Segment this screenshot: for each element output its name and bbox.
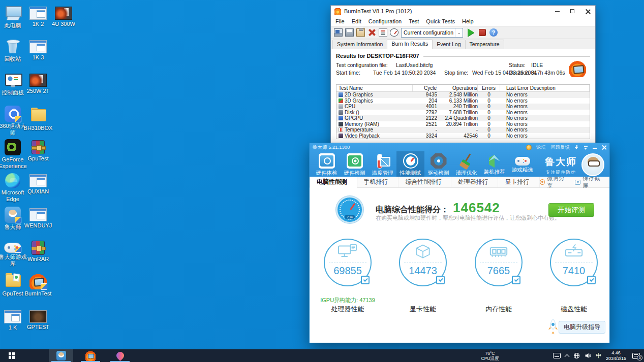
menu-edit[interactable]: Edit — [348, 18, 365, 24]
forum-link[interactable]: 论坛 — [536, 144, 546, 151]
menu-file[interactable]: File — [332, 18, 348, 24]
menu-help[interactable]: Help — [458, 18, 477, 24]
desktop-icon-label: QUXIAN — [23, 188, 53, 195]
desktop-icon-winrar[interactable]: WinRAR — [23, 240, 53, 262]
table-row[interactable]: Memory (RAM)252120.894 Trillion0No error… — [336, 121, 590, 127]
table-row[interactable]: Disk ()27927.688 Trillion0No errors — [336, 110, 590, 116]
desktop-icon-bh310box[interactable]: BH310BOX — [23, 106, 53, 131]
table-row[interactable]: 3D Graphics2046.133 Million0No errors — [336, 98, 590, 104]
nav-driver-detect[interactable]: 驱动检测 — [424, 151, 452, 177]
nav-hardware-checkup[interactable]: 硬件体检 — [313, 151, 341, 177]
subtab-phone-ranking[interactable]: 手机排行榜 — [357, 177, 399, 187]
taskbar-app-masterlu[interactable] — [49, 349, 73, 362]
menu-quick-tests[interactable]: Quick Tests — [422, 18, 458, 24]
masterlu-titlebar[interactable]: 鲁大师 5.21.1300 论坛 问题反馈 — [310, 143, 609, 151]
maximize-button[interactable] — [565, 6, 580, 17]
print-icon[interactable] — [345, 28, 354, 37]
memory-checkbox-checked[interactable] — [512, 276, 520, 284]
desktop-icon-250w2t[interactable]: 250W 2T — [23, 72, 53, 94]
gpu-score-value: 14473 — [400, 265, 446, 277]
subtab-gpu-ranking[interactable]: 显卡排行榜 — [498, 177, 540, 187]
disk-score-card[interactable]: 7410 磁盘性能 — [536, 239, 612, 286]
desktop-icon-quxian[interactable]: QUXIAN — [23, 173, 53, 195]
nav-temperature[interactable]: 温度管理 — [369, 151, 396, 177]
certificate-icon[interactable] — [379, 28, 387, 37]
cpu-score-card[interactable]: 69855 IGPU异构能力: 47139 处理器性能 — [310, 239, 386, 286]
taskbar-app-pin[interactable] — [108, 349, 132, 362]
close-button[interactable] — [602, 145, 606, 150]
menu-test[interactable]: Test — [405, 18, 422, 24]
desktop-icon-label: BH310BOX — [23, 125, 53, 131]
nav-performance-test[interactable]: 性能测试 — [396, 151, 424, 177]
cpu-temperature-widget[interactable]: 76°C CPU温度 — [472, 349, 508, 362]
desktop: 此电脑 1K 2 4U 300W 回收站 1K 3 控制面板 250W 2T 3… — [0, 0, 644, 362]
network-globe-icon[interactable] — [573, 352, 580, 359]
help-icon[interactable]: ? — [489, 28, 498, 37]
weibo-share-button[interactable]: 微博分享 — [540, 175, 568, 190]
volume-icon[interactable] — [585, 352, 591, 359]
nav-build-recommend[interactable]: 装机推荐 — [480, 151, 508, 177]
subtab-overall-ranking[interactable]: 综合性能排行榜 — [398, 177, 451, 187]
date: 2034/2/15 — [606, 356, 626, 361]
close-button[interactable] — [580, 6, 595, 17]
table-row[interactable]: Temperature--0No errors — [336, 127, 590, 133]
ime-indicator[interactable]: 中 — [596, 352, 601, 359]
touch-keyboard-icon[interactable] — [553, 353, 561, 358]
upgrade-guide-button[interactable]: 电脑升级指导 — [547, 318, 605, 336]
menu-configuration[interactable]: Configuration — [365, 18, 405, 24]
nav-game-picks[interactable]: 游戏精选 — [508, 151, 536, 177]
tab-system-information[interactable]: System Information — [332, 40, 387, 49]
medal-icon[interactable] — [526, 145, 532, 150]
desktop-icon-gputest-rar[interactable]: GpuTest — [23, 139, 53, 162]
save-report-icon[interactable] — [334, 28, 343, 37]
minimize-button[interactable] — [549, 6, 565, 17]
memory-score-card[interactable]: 7665 内存性能 — [461, 239, 537, 286]
clipboard-icon[interactable] — [356, 28, 365, 37]
desktop-icon-1k3[interactable]: 1K 3 — [23, 39, 53, 61]
results-table[interactable]: Test Name Cycle Operations Errors Last E… — [336, 84, 590, 139]
folder-files-icon — [4, 273, 21, 289]
save-screenshot-button[interactable]: 保存截屏 — [575, 175, 603, 190]
cpu-temp-label: CPU温度 — [481, 356, 499, 361]
burnintest-titlebar[interactable]: BurnInTest V8.1 Pro (1012) — [331, 6, 595, 17]
download-icon[interactable] — [574, 145, 579, 150]
skin-menu-icon[interactable] — [584, 145, 588, 150]
tab-temperature[interactable]: Temperature — [465, 40, 504, 49]
ram-icon — [487, 243, 510, 261]
nav-hardware-detect[interactable]: 硬件检测 — [341, 151, 369, 177]
cpu-checkbox-checked[interactable] — [361, 276, 370, 284]
taskbar-app-burnintest[interactable] — [78, 349, 103, 362]
delete-icon[interactable] — [367, 28, 376, 37]
cpu-card-label: 处理器性能 — [310, 305, 386, 314]
table-header-row: Test Name Cycle Operations Errors Last E… — [336, 85, 590, 92]
disk-checkbox-checked[interactable] — [587, 276, 596, 284]
desktop-icon-burnintest[interactable]: BurnInTest — [23, 273, 53, 297]
gpu-score-card[interactable]: 14473 显卡性能 — [385, 239, 461, 286]
desktop-icon-wenduyj[interactable]: WENDUYJ — [23, 207, 53, 229]
gpu-checkbox-checked[interactable] — [436, 276, 445, 284]
nav-cleanup[interactable]: 清理优化 — [452, 151, 480, 177]
table-row[interactable]: Video Playback3324425460No errors — [336, 133, 590, 139]
tab-event-log[interactable]: Event Log — [432, 40, 465, 49]
folder-icon — [29, 108, 47, 124]
desktop-icon-gptest[interactable]: GPTEST — [23, 309, 53, 331]
start-button[interactable] — [0, 349, 23, 362]
start-test-button[interactable] — [468, 28, 474, 37]
subtab-cpu-ranking[interactable]: 处理器排行榜 — [451, 177, 499, 187]
tab-burn-in-results[interactable]: Burn In Results — [387, 39, 433, 49]
clock[interactable]: 4:46 2034/2/15 — [606, 350, 626, 361]
configuration-select[interactable]: Current configuration ⌄ — [401, 28, 463, 38]
notification-center-icon[interactable]: 5 — [632, 353, 640, 359]
start-benchmark-button[interactable]: 开始评测 — [548, 203, 594, 217]
minimize-button[interactable] — [593, 148, 597, 149]
desktop-icon-4u300w[interactable]: 4U 300W — [48, 5, 79, 27]
geforce-icon — [5, 139, 21, 155]
stop-test-button[interactable] — [479, 29, 486, 36]
table-row[interactable]: CPU4001240 Trillion0No errors — [336, 104, 590, 110]
gauge-icon[interactable] — [390, 28, 398, 37]
subtab-pc-performance-test[interactable]: 电脑性能测试 — [310, 177, 357, 188]
feedback-link[interactable]: 问题反馈 — [550, 144, 570, 151]
chevron-up-icon[interactable] — [565, 354, 570, 359]
table-row[interactable]: GPGPU21222.4 Quadrillion0No errors — [336, 115, 590, 121]
table-row[interactable]: 2D Graphics94352.548 Million0No errors — [336, 92, 590, 98]
